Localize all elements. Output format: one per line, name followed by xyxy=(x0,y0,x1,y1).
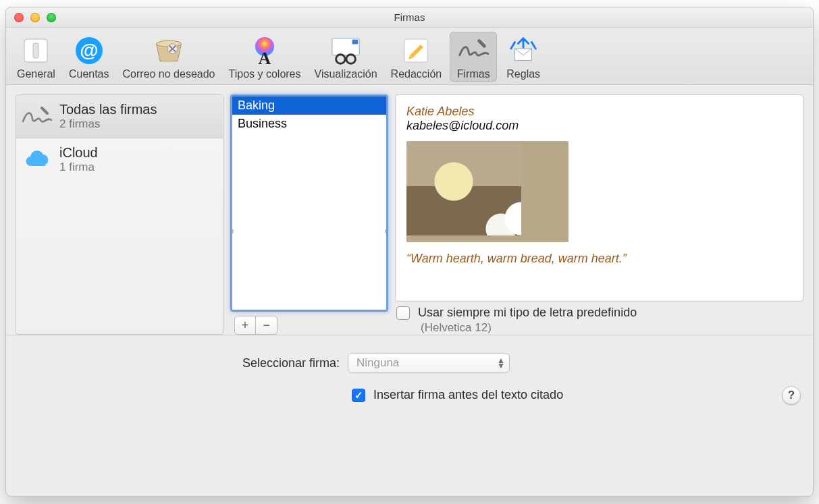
tab-fonts-colors[interactable]: A Tipos y colores xyxy=(223,32,307,82)
help-button[interactable]: ? xyxy=(782,386,801,405)
use-default-font-checkbox[interactable] xyxy=(396,306,410,320)
rules-icon xyxy=(507,34,539,67)
account-signature-count: 1 firma xyxy=(59,161,98,174)
add-signature-button[interactable]: + xyxy=(234,316,256,335)
chevron-up-down-icon: ▲▼ xyxy=(497,358,505,368)
window-title: Firmas xyxy=(6,11,813,23)
signature-preview[interactable]: Katie Abeles kabeles@icloud.com “Warm he… xyxy=(395,94,803,302)
svg-rect-1 xyxy=(33,43,38,58)
resize-handle-icon[interactable] xyxy=(230,229,234,234)
all-signatures-row[interactable]: Todas las firmas 2 firmas xyxy=(16,95,223,138)
at-sign-icon: @ xyxy=(73,34,105,67)
signature-list-column: Baking Business + − xyxy=(230,94,388,335)
tab-general[interactable]: General xyxy=(11,32,61,82)
use-default-font-row: Usar siempre mi tipo de letra predefinid… xyxy=(395,302,803,320)
title-bar: Firmas xyxy=(6,7,813,28)
insert-before-quoted-checkbox[interactable] xyxy=(352,389,365,402)
tab-accounts[interactable]: @ Cuentas xyxy=(63,32,115,82)
switch-icon xyxy=(20,34,52,67)
preferences-toolbar: General @ Cuentas Correo no deseado xyxy=(6,28,813,85)
tab-composing[interactable]: Redacción xyxy=(386,32,448,82)
preview-column: Katie Abeles kabeles@icloud.com “Warm he… xyxy=(395,94,803,335)
select-signature-label: Seleccionar firma: xyxy=(16,356,340,370)
all-signatures-title: Todas las firmas xyxy=(59,102,157,117)
all-signatures-count: 2 firmas xyxy=(59,117,157,131)
tab-signatures[interactable]: Firmas xyxy=(450,32,497,82)
use-default-font-label: Usar siempre mi tipo de letra predefinid… xyxy=(418,306,637,320)
svg-rect-11 xyxy=(352,40,359,45)
tab-label: Firmas xyxy=(457,68,490,80)
signature-image xyxy=(406,141,569,242)
select-signature-dropdown[interactable]: Ninguna ▲▼ xyxy=(348,353,510,373)
content-area: Todas las firmas 2 firmas iCloud 1 firma xyxy=(6,85,813,496)
signature-item-baking[interactable]: Baking xyxy=(232,96,386,115)
junk-bin-icon xyxy=(153,34,185,67)
tab-label: Reglas xyxy=(506,68,540,80)
tab-label: Visualización xyxy=(315,68,377,80)
tab-label: General xyxy=(17,68,55,80)
signature-icon xyxy=(457,34,490,67)
fonts-colors-icon: A xyxy=(248,34,281,67)
tab-label: Tipos y colores xyxy=(229,68,301,80)
tab-label: Redacción xyxy=(391,68,442,80)
svg-point-13 xyxy=(346,55,355,63)
tab-label: Correo no deseado xyxy=(123,68,215,80)
default-font-description: (Helvetica 12) xyxy=(395,321,803,335)
account-row-icloud[interactable]: iCloud 1 firma xyxy=(16,138,223,181)
svg-text:A: A xyxy=(259,49,271,66)
compose-icon xyxy=(400,34,432,67)
add-remove-bar: + − xyxy=(230,316,388,335)
svg-text:@: @ xyxy=(80,40,98,61)
footer: Seleccionar firma: Ninguna ▲▼ Insertar f… xyxy=(6,335,813,414)
signature-email-text: kabeles@icloud.com xyxy=(406,119,792,133)
tab-label: Cuentas xyxy=(69,68,109,80)
signature-item-business[interactable]: Business xyxy=(232,115,386,133)
icloud-icon xyxy=(22,147,53,173)
signature-quote-text: “Warm hearth, warm bread, warm heart.” xyxy=(406,252,792,266)
svg-point-12 xyxy=(336,55,345,63)
tab-viewing[interactable]: Visualización xyxy=(309,32,383,82)
preferences-window: Firmas General @ Cuentas Correo no desea… xyxy=(5,7,814,497)
accounts-list: Todas las firmas 2 firmas iCloud 1 firma xyxy=(16,94,223,335)
signature-icon xyxy=(22,104,53,130)
account-title: iCloud xyxy=(59,145,98,161)
tab-rules[interactable]: Reglas xyxy=(500,32,547,82)
select-signature-value: Ninguna xyxy=(356,356,399,370)
resize-handle-icon[interactable] xyxy=(385,229,388,234)
signature-name-text: Katie Abeles xyxy=(406,105,792,119)
remove-signature-button[interactable]: − xyxy=(256,316,278,335)
insert-before-quoted-label: Insertar firma antes del texto citado xyxy=(373,388,563,402)
signature-list[interactable]: Baking Business xyxy=(230,94,388,312)
viewing-icon xyxy=(329,34,362,67)
tab-junk[interactable]: Correo no deseado xyxy=(117,32,221,82)
